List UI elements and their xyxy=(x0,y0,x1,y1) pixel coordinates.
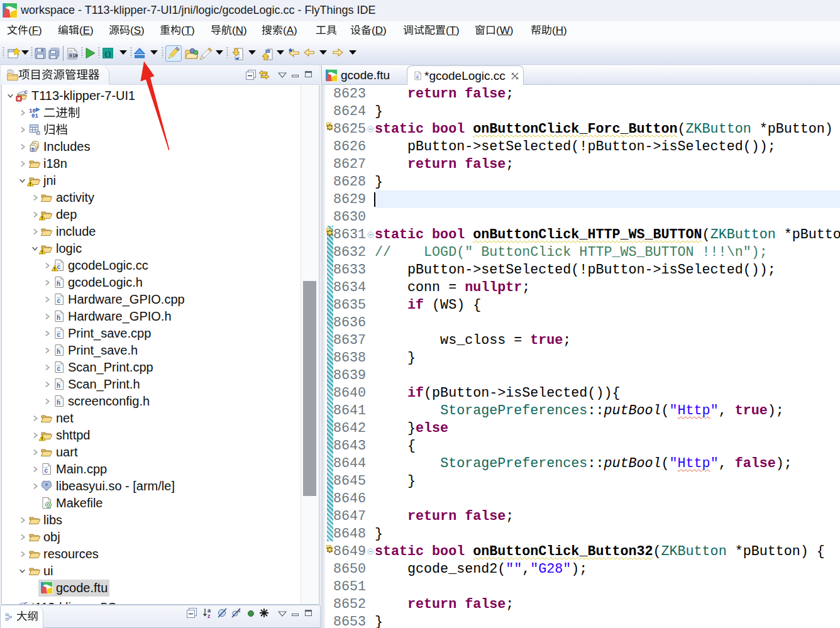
svg-text:z: z xyxy=(207,613,211,619)
svg-text:{}: {} xyxy=(104,52,111,58)
svg-text:010: 010 xyxy=(70,53,78,58)
